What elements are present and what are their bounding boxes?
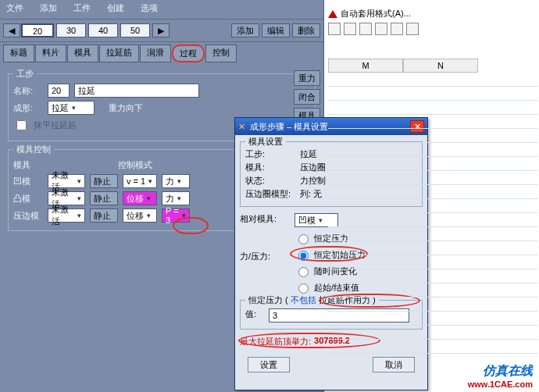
- col-header-m[interactable]: M: [328, 59, 403, 73]
- relative-tool-label: 相对模具:: [240, 213, 294, 227]
- tool-row-1-b: 静止: [90, 191, 118, 205]
- name-field[interactable]: 拉延: [74, 84, 199, 98]
- toolbar-icon-5[interactable]: [391, 23, 403, 35]
- shape-label: 成形:: [13, 102, 43, 114]
- name-step-field[interactable]: 20: [48, 84, 70, 98]
- side-buttons: 重力 闭合 模具: [294, 70, 320, 123]
- dialog-x-icon: ✕: [238, 122, 245, 132]
- cat-tab-title[interactable]: 标题: [3, 45, 34, 62]
- flatten-label: 抹平拉延筋: [34, 119, 77, 131]
- tool-row-2-c[interactable]: 位移: [123, 208, 157, 223]
- dialog-set-button[interactable]: 设置: [248, 357, 290, 372]
- flatten-checkbox[interactable]: [16, 120, 27, 130]
- tool-row-1-name: 凸模: [13, 193, 43, 205]
- info-state: 力控制: [300, 175, 326, 187]
- tool-row-2-name: 压边模: [13, 210, 43, 222]
- name-label: 名称:: [13, 85, 43, 97]
- menu-bar: 文件 添加 工件 创建 选项: [0, 0, 323, 16]
- step-tab-30[interactable]: 30: [56, 23, 86, 37]
- info-model: 列: 无: [300, 188, 322, 200]
- col-header-n[interactable]: N: [403, 59, 478, 73]
- step-tab-50[interactable]: 50: [120, 23, 150, 37]
- font-color-icon[interactable]: [328, 10, 337, 18]
- cat-tab-control[interactable]: 控制: [205, 45, 237, 62]
- column-headers: M N: [328, 59, 537, 73]
- menu-create[interactable]: 创建: [107, 3, 124, 12]
- dialog-info-title: 模具设置: [245, 136, 286, 148]
- menu-options[interactable]: 选项: [141, 3, 158, 12]
- menu-work[interactable]: 工件: [73, 3, 91, 12]
- tool-row-1-c[interactable]: 位移: [123, 191, 157, 205]
- step-tab-row: ◀ 20 30 40 50 ▶ 添加 编辑 删除: [0, 22, 323, 39]
- spreadsheet-grid[interactable]: [328, 73, 537, 354]
- cat-tab-process[interactable]: 过程: [172, 45, 205, 62]
- toolbar-icon-1[interactable]: [328, 23, 341, 35]
- step-next-button[interactable]: ▶: [152, 23, 170, 37]
- menu-add[interactable]: 添加: [40, 3, 57, 12]
- tool-row-2-a[interactable]: 未激活: [48, 208, 85, 223]
- spreadsheet-area: 自动套用格式(A)... M N: [328, 6, 537, 354]
- value-label: 值:: [245, 308, 269, 323]
- force-label: 力/压力:: [240, 251, 270, 262]
- step-delete-button[interactable]: 删除: [292, 23, 320, 37]
- step-tab-20[interactable]: 20: [21, 23, 54, 37]
- tool-row-2-b: 静止: [90, 208, 118, 223]
- step-prev-button[interactable]: ◀: [3, 23, 20, 37]
- auto-format-menu[interactable]: 自动套用格式(A)...: [341, 8, 411, 20]
- tool-control-title: 模具控制: [13, 144, 54, 155]
- watermark: 仿真在线 www.1CAE.com: [468, 363, 533, 389]
- gravity-label: 重力向下: [109, 102, 143, 114]
- side-close-button[interactable]: 闭合: [294, 89, 320, 105]
- step-tab-40[interactable]: 40: [88, 23, 118, 37]
- max-force-label: 最大拉延筋顶举力:: [240, 336, 311, 347]
- toolbar-icon-3[interactable]: [359, 23, 372, 35]
- cat-tab-blank[interactable]: 料片: [35, 45, 66, 62]
- tool-row-0-d[interactable]: 力: [162, 174, 190, 188]
- category-tabs: 标题 料片 模具 拉延筋 润滑 过程 控制: [0, 45, 323, 62]
- not-included-link[interactable]: 不包括: [291, 295, 316, 305]
- info-step: 拉延: [300, 148, 317, 160]
- tool-col-label: 模具: [13, 159, 43, 171]
- tool-row-2-d[interactable]: P = 3: [162, 208, 190, 223]
- toolbar-icon-2[interactable]: [344, 23, 356, 35]
- toolbar-icon-4[interactable]: [375, 23, 387, 35]
- menu-file[interactable]: 文件: [6, 3, 23, 12]
- mode-col-label: 控制模式: [118, 159, 152, 171]
- gongbu-group-title: 工步: [13, 68, 37, 80]
- tool-row-0-name: 凹模: [13, 176, 43, 187]
- tool-row-0-b: 静止: [90, 174, 118, 188]
- shape-select[interactable]: 拉延: [48, 101, 95, 115]
- cat-tab-tool[interactable]: 模具: [67, 45, 98, 62]
- tool-row-1-d[interactable]: 力: [162, 191, 190, 205]
- tool-row-0-c[interactable]: v = 1: [123, 174, 157, 188]
- dialog-title-text: 成形步骤 – 模具设置: [250, 121, 328, 133]
- side-redo-button[interactable]: 重力: [294, 70, 320, 86]
- cat-tab-drawbead[interactable]: 拉延筋: [99, 45, 139, 62]
- toolbar-icon-6[interactable]: [406, 23, 419, 35]
- watermark-title: 仿真在线: [468, 363, 533, 380]
- cat-tab-lube[interactable]: 润滑: [140, 45, 171, 62]
- step-add-button[interactable]: 添加: [231, 23, 259, 37]
- step-edit-button[interactable]: 编辑: [262, 23, 290, 37]
- info-tool: 压边圈: [300, 162, 326, 173]
- dialog-cancel-button[interactable]: 取消: [373, 357, 415, 372]
- watermark-url: www.1CAE.com: [468, 380, 533, 389]
- spreadsheet-toolbar: 自动套用格式(A)...: [328, 8, 537, 20]
